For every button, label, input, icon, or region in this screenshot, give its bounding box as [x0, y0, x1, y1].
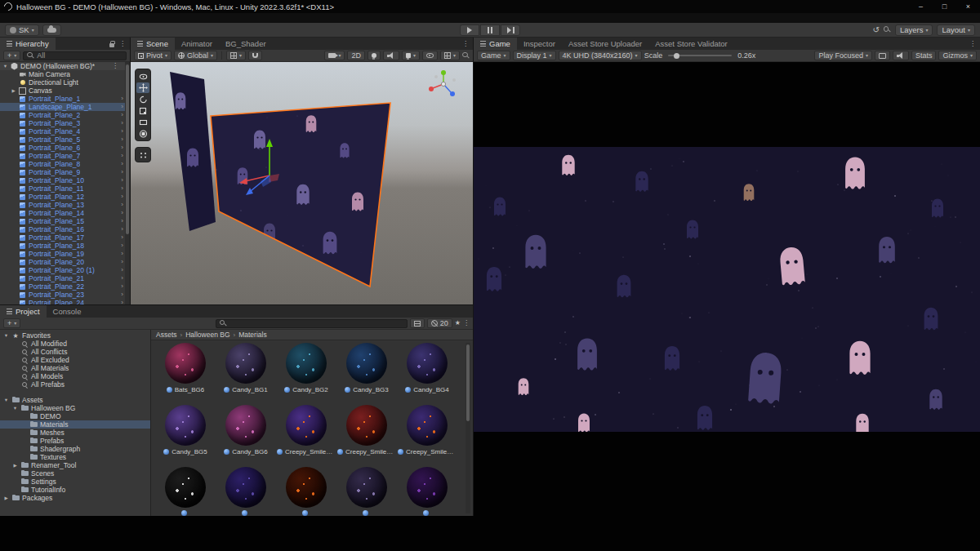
expand-arrow-icon[interactable]: ▶ [11, 88, 16, 93]
hierarchy-item[interactable]: Portrait_Plane_5 › [0, 136, 130, 144]
pivot-dropdown[interactable]: Pivot ▾ [134, 51, 172, 60]
layout-button[interactable]: Layout ▾ [937, 24, 975, 36]
tab-hierarchy[interactable]: Hierarchy [0, 38, 56, 50]
custom-tool-button[interactable] [136, 149, 149, 160]
scene-orientation-gizmo[interactable] [429, 70, 456, 96]
tree-item[interactable]: All Prefabs [0, 380, 150, 389]
prefab-open-icon[interactable]: › [121, 258, 123, 266]
hierarchy-item[interactable]: Portrait_Plane_1 › [0, 95, 130, 103]
display-dropdown[interactable]: Display 1 ▾ [513, 51, 556, 60]
prefab-open-icon[interactable]: › [121, 201, 123, 209]
search-icon[interactable] [884, 26, 891, 33]
material-item[interactable]: Creepy_Smile_BG1 [276, 405, 336, 455]
hierarchy-item[interactable]: Portrait_Plane_8 › [0, 160, 130, 168]
hierarchy-item[interactable]: Portrait_Plane_15 › [0, 217, 130, 225]
prefab-open-icon[interactable]: › [121, 274, 123, 282]
effects-dropdown[interactable]: ▾ [402, 51, 420, 60]
favorites-star-icon[interactable]: ★ [455, 320, 461, 327]
tree-item[interactable]: All Conflicts [0, 348, 150, 356]
material-item[interactable]: Candy_BG1 [216, 343, 276, 393]
prefab-open-icon[interactable]: › [121, 127, 123, 136]
render-mode-dropdown[interactable]: ▾ [324, 51, 345, 60]
tree-item[interactable]: ▼ Halloween BG [0, 404, 150, 412]
prefab-open-icon[interactable]: › [121, 225, 123, 233]
expand-arrow-icon[interactable]: ▼ [3, 398, 9, 402]
hierarchy-item[interactable]: Portrait_Plane_21 › [0, 274, 130, 282]
create-asset-button[interactable]: + ▾ [3, 318, 20, 328]
scene-row[interactable]: ▼ DEMO (Halloween BG)* ⋮ [0, 62, 130, 70]
hierarchy-item[interactable]: Portrait_Plane_12 › [0, 193, 130, 201]
scene-view-tab[interactable]: Scene [131, 38, 175, 50]
breadcrumb-item[interactable]: Assets › [156, 331, 182, 339]
kebab-icon[interactable]: ⋮ [462, 41, 469, 47]
tree-item[interactable]: Meshes [0, 429, 150, 437]
rect-tool-button[interactable] [136, 117, 149, 127]
material-item[interactable]: Bats_BG6 [155, 343, 216, 393]
hierarchy-item[interactable]: Portrait_Plane_22 › [0, 282, 130, 291]
material-item[interactable]: Candy_BG2 [276, 343, 336, 393]
mute-audio-button[interactable] [893, 51, 909, 60]
prefab-open-icon[interactable]: › [121, 233, 123, 242]
tree-item[interactable]: Scenes [0, 469, 150, 478]
hierarchy-item[interactable]: Portrait_Plane_2 › [0, 111, 130, 119]
hierarchy-item[interactable]: Portrait_Plane_14 › [0, 209, 130, 217]
hierarchy-item[interactable]: Portrait_Plane_3 › [0, 119, 130, 127]
expand-arrow-icon[interactable]: ▼ [3, 333, 9, 338]
tree-item[interactable]: All Materials [0, 364, 150, 372]
game-area-tab[interactable]: Asset Store Uploader [562, 38, 648, 50]
pause-button[interactable] [480, 24, 500, 36]
scale-tool-button[interactable] [136, 105, 149, 116]
game-area-tab[interactable]: Inspector [517, 38, 562, 50]
tree-item[interactable]: ▼ Assets [0, 396, 150, 404]
package-visibility-button[interactable] [410, 318, 425, 328]
kebab-icon[interactable]: ⋮ [112, 63, 118, 69]
layers-button[interactable]: Layers ▾ [895, 24, 933, 36]
material-item[interactable]: Candy_BG3 [336, 343, 397, 393]
material-item[interactable] [155, 467, 216, 516]
tree-item[interactable]: All Models [0, 372, 150, 380]
game-render[interactable] [474, 147, 980, 432]
collab-cloud-button[interactable] [42, 24, 61, 36]
expand-arrow-icon[interactable]: ▶ [12, 463, 18, 468]
hidden-count-button[interactable]: 20 [427, 318, 452, 328]
move-tool-button[interactable] [136, 82, 149, 93]
tree-item[interactable]: ▶ Packages [0, 494, 150, 502]
project-search[interactable] [216, 319, 408, 328]
grid-scrollbar[interactable] [466, 343, 470, 513]
hierarchy-item[interactable]: Landscape_Plane_1 › [0, 103, 130, 111]
prefab-open-icon[interactable]: › [121, 111, 123, 119]
tree-item[interactable] [0, 389, 150, 396]
scrollbar-thumb[interactable] [466, 344, 470, 421]
kebab-icon[interactable]: ⋮ [119, 41, 126, 47]
prefab-open-icon[interactable]: › [121, 242, 123, 250]
slider-thumb[interactable] [674, 53, 679, 59]
prefab-open-icon[interactable]: › [121, 160, 123, 168]
material-item[interactable]: Creepy_Smile_BG3 [397, 405, 457, 455]
hierarchy-item[interactable]: Portrait_Plane_24 › [0, 299, 130, 304]
minimize-button[interactable]: – [909, 0, 933, 13]
close-button[interactable]: × [956, 0, 980, 13]
hierarchy-item[interactable]: Portrait_Plane_4 › [0, 127, 130, 136]
prefab-open-icon[interactable]: › [121, 119, 123, 127]
material-item[interactable] [397, 467, 457, 516]
hierarchy-item[interactable]: Portrait_Plane_13 › [0, 201, 130, 209]
hidden-objects-toggle[interactable] [422, 51, 438, 60]
hierarchy-item[interactable]: Directional Light › [0, 78, 130, 87]
hierarchy-item[interactable]: Portrait_Plane_19 › [0, 250, 130, 258]
tree-item[interactable]: Prefabs [0, 437, 150, 445]
snap-toggle-button[interactable] [248, 51, 262, 60]
tree-item[interactable]: ▼ Favorites [0, 331, 150, 340]
project-area-tab[interactable]: Project [0, 305, 47, 318]
audio-toggle[interactable] [383, 51, 399, 60]
play-button[interactable] [460, 24, 479, 36]
project-area-tab[interactable]: Console [47, 305, 88, 318]
prefab-open-icon[interactable]: › [121, 184, 123, 193]
search-icon[interactable] [462, 52, 470, 60]
tree-item[interactable]: Shadergraph [0, 445, 150, 453]
prefab-open-icon[interactable]: › [121, 136, 123, 144]
hierarchy-item[interactable]: Portrait_Plane_16 › [0, 225, 130, 233]
hierarchy-item[interactable]: Portrait_Plane_18 › [0, 242, 130, 250]
hierarchy-item[interactable]: Portrait_Plane_7 › [0, 152, 130, 160]
hierarchy-item[interactable]: Portrait_Plane_9 › [0, 168, 130, 176]
prefab-open-icon[interactable]: › [121, 176, 123, 184]
